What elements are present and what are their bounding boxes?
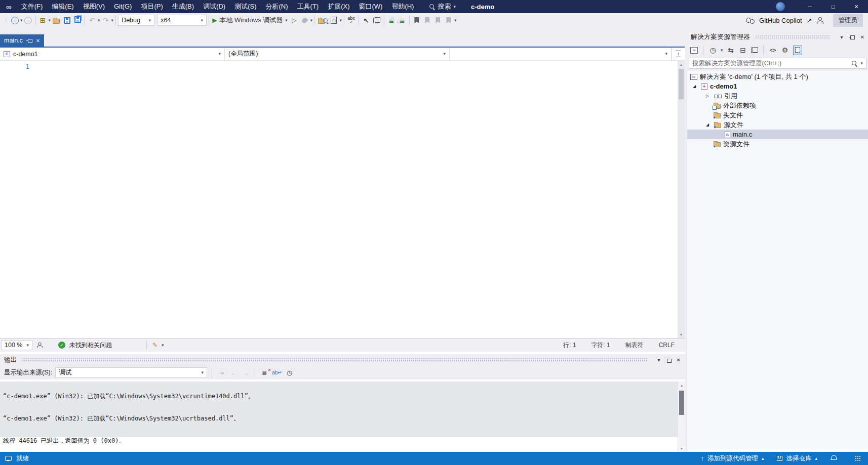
zoom-dropdown[interactable]: 100 % ▾ <box>1 340 32 350</box>
health-message[interactable]: 未找到相关问题 <box>69 341 112 350</box>
platform-dropdown[interactable]: x64 ▾ <box>157 15 207 26</box>
project-dropdown[interactable]: + c-demo1 ▾ <box>0 48 225 60</box>
menu-build[interactable]: 生成(B) <box>168 0 199 13</box>
spell-check-button[interactable]: abc✓ <box>346 15 357 26</box>
solution-window-button[interactable]: ⌂ <box>329 15 339 26</box>
scroll-down-icon[interactable]: ▼ <box>678 331 685 338</box>
next-message-icon[interactable]: → <box>241 369 250 376</box>
member-dropdown[interactable]: ▾ <box>450 48 672 60</box>
minimize-button[interactable]: ─ <box>798 0 821 13</box>
view-code-icon[interactable]: <> <box>769 47 777 53</box>
menu-file[interactable]: 文件(F) <box>17 0 48 13</box>
menu-view[interactable]: 视图(V) <box>78 0 109 13</box>
menu-test[interactable]: 测试(S) <box>230 0 261 13</box>
account-person-icon[interactable] <box>817 17 823 24</box>
tree-item-project[interactable]: ◢ + c-demo1 <box>687 81 868 91</box>
filter-caret-icon[interactable]: ▾ <box>721 48 723 53</box>
window-position-icon[interactable]: ▾ <box>658 357 660 363</box>
clear-bookmarks-button[interactable] <box>444 15 454 26</box>
eol-indicator[interactable]: CRLF <box>659 342 675 349</box>
hot-reload-button[interactable] <box>300 15 310 26</box>
wrench-properties-icon[interactable]: ⚙ <box>781 46 790 54</box>
github-copilot-label[interactable]: GitHub Copilot <box>759 17 802 24</box>
new-project-button[interactable]: ⊞ <box>38 15 48 26</box>
code-editor[interactable]: 1 ▲ ▼ <box>0 61 685 338</box>
close-tab-icon[interactable]: ✕ <box>36 38 40 44</box>
tree-item-header-files[interactable]: 头文件 <box>687 110 868 120</box>
tree-item-solution[interactable]: ∞ 解决方案 'c-demo' (1 个项目, 共 1 个) <box>687 72 868 81</box>
properties-pages-icon[interactable] <box>751 47 758 53</box>
format-indent-button[interactable]: ≣ <box>386 15 397 26</box>
share-icon[interactable]: ↗ <box>807 17 812 24</box>
undo-button[interactable]: ↶ <box>87 15 97 26</box>
menu-project[interactable]: 项目(P) <box>136 0 167 13</box>
menu-extensions[interactable]: 扩展(X) <box>323 0 354 13</box>
output-source-dropdown[interactable]: 调试 ▾ <box>55 367 207 378</box>
drag-handle[interactable] <box>755 35 830 39</box>
next-bookmark-button[interactable] <box>433 15 443 26</box>
scrollbar-thumb[interactable] <box>679 391 684 415</box>
redo-button[interactable]: ↷ <box>101 15 111 26</box>
menu-window[interactable]: 窗口(W) <box>354 0 387 13</box>
window-caret-icon[interactable]: ▾ <box>339 18 342 23</box>
output-header[interactable]: 输出 ▾ ✕ <box>0 354 685 366</box>
start-without-debugging-button[interactable]: ▷ <box>289 15 299 26</box>
tree-item-source-files[interactable]: ◢ 源文件 <box>687 120 868 130</box>
add-to-source-control-button[interactable]: ↑ 添加到源代码管理 ▴ <box>701 454 764 463</box>
tree-item-resource-files[interactable]: 资源文件 <box>687 139 868 149</box>
menu-analyze[interactable]: 分析(N) <box>261 0 292 13</box>
menu-tools[interactable]: 工具(T) <box>293 0 324 13</box>
back-caret-icon[interactable]: ▾ <box>20 18 23 23</box>
output-log[interactable]: “c-demo1.exe” (Win32): 已加载“C:\Windows\Sy… <box>0 382 685 452</box>
menu-help[interactable]: 帮助(H) <box>387 0 418 13</box>
prev-bookmark-button[interactable] <box>422 15 432 26</box>
undo-caret-icon[interactable]: ▾ <box>98 18 100 23</box>
cleanup-caret-icon[interactable]: ▾ <box>162 343 164 348</box>
close-button[interactable]: ✕ <box>845 0 868 13</box>
maximize-button[interactable]: □ <box>821 0 845 13</box>
sync-with-active-document-icon[interactable]: ⇆ <box>727 46 735 54</box>
menu-git[interactable]: Git(G) <box>109 0 136 13</box>
live-share-icon[interactable] <box>37 342 43 348</box>
toggle-bookmark-button[interactable] <box>412 15 422 26</box>
format-outdent-button[interactable]: ≣ <box>397 15 407 26</box>
tree-item-main-c[interactable]: c main.c <box>687 130 868 139</box>
save-all-button[interactable] <box>72 15 83 26</box>
toolbar-grip[interactable]: ⋮ <box>4 18 8 23</box>
pin-icon[interactable] <box>665 358 672 363</box>
notifications-bell-icon[interactable] <box>831 455 837 461</box>
save-button[interactable] <box>62 15 72 26</box>
tabs-indicator[interactable]: 制表符 <box>625 341 644 350</box>
hot-reload-caret-icon[interactable]: ▾ <box>310 18 313 23</box>
resize-grip[interactable] <box>855 455 861 461</box>
scrollbar-thumb[interactable] <box>679 69 684 99</box>
editor-vertical-scrollbar[interactable]: ▲ ▼ <box>678 61 685 338</box>
copy-button[interactable] <box>372 15 382 26</box>
line-indicator[interactable]: 行: 1 <box>563 341 576 350</box>
scroll-up-icon[interactable]: ▲ <box>678 382 685 389</box>
menu-edit[interactable]: 编辑(E) <box>47 0 78 13</box>
code-cleanup-icon[interactable]: ✎ <box>152 342 157 349</box>
scroll-down-icon[interactable]: ▼ <box>678 445 685 452</box>
new-caret-icon[interactable]: ▾ <box>49 18 51 23</box>
find-in-files-button[interactable] <box>317 15 328 26</box>
toolbar-overflow-icon[interactable]: ▾ <box>454 18 457 23</box>
select-repository-button[interactable]: 选择仓库 ▴ <box>777 454 817 463</box>
word-wrap-icon[interactable]: ab↵ <box>272 370 282 375</box>
drag-handle[interactable] <box>22 358 648 362</box>
solution-config-dropdown[interactable]: Debug ▾ <box>118 15 154 26</box>
prev-message-icon[interactable]: ← <box>229 369 238 376</box>
column-indicator[interactable]: 字符: 1 <box>591 341 610 350</box>
scope-dropdown[interactable]: (全局范围) ▾ <box>225 48 450 60</box>
menu-debug[interactable]: 调试(D) <box>199 0 230 13</box>
tab-main-c[interactable]: main.c ✕ <box>0 34 44 47</box>
close-icon[interactable]: ✕ <box>860 34 864 40</box>
close-icon[interactable]: ✕ <box>677 357 681 363</box>
window-position-icon[interactable]: ▾ <box>841 34 843 40</box>
timestamp-icon[interactable]: ◷ <box>285 369 294 376</box>
solution-explorer-header[interactable]: 解决方案资源管理器 ▾ ✕ <box>687 31 868 43</box>
split-window-button[interactable]: ↕ <box>672 48 685 60</box>
title-search-button[interactable]: 搜索 ▾ <box>429 2 456 11</box>
search-caret-icon[interactable]: ▾ <box>860 61 863 66</box>
scroll-up-icon[interactable]: ▲ <box>678 61 685 68</box>
